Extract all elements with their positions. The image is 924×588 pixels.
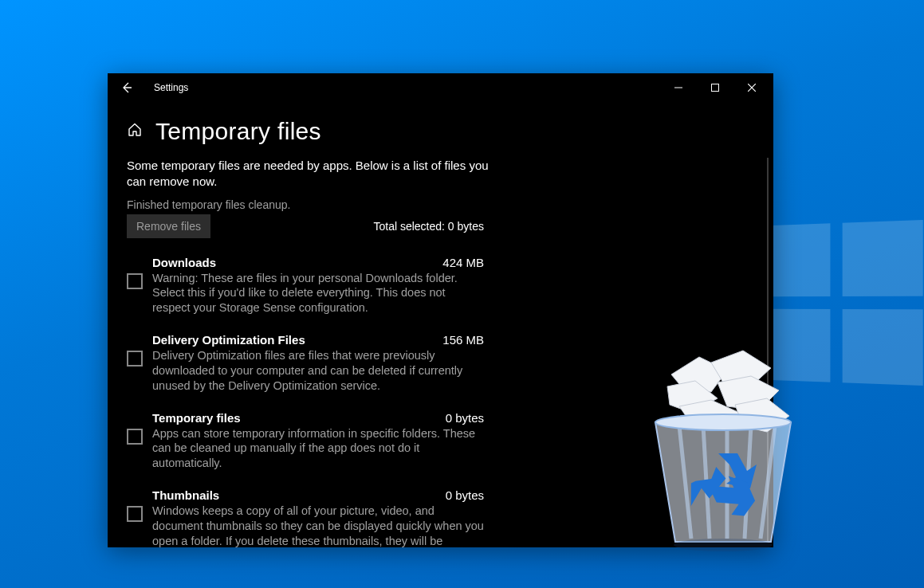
item-title: Temporary files <box>152 411 241 425</box>
minimize-icon <box>674 84 682 92</box>
item-delivery-optimization: Delivery Optimization Files 156 MB Deliv… <box>127 333 484 394</box>
close-button[interactable] <box>733 75 770 100</box>
action-row: Remove files Total selected: 0 bytes <box>127 214 484 238</box>
item-title: Downloads <box>152 256 216 269</box>
item-desc: Delivery Optimization files are files th… <box>152 348 484 394</box>
item-desc: Warning: These are files in your persona… <box>152 271 484 316</box>
maximize-icon <box>711 84 719 92</box>
svg-rect-0 <box>712 84 719 92</box>
item-title: Delivery Optimization Files <box>152 333 305 347</box>
item-size: 0 bytes <box>446 411 484 425</box>
item-desc: Apps can store temporary information in … <box>152 426 484 472</box>
remove-files-button[interactable]: Remove files <box>127 214 210 238</box>
back-arrow-icon <box>120 81 133 94</box>
minimize-button[interactable] <box>660 75 697 100</box>
app-title: Settings <box>154 82 188 93</box>
checkbox-delivery-optimization[interactable] <box>127 351 143 367</box>
items-list: Downloads 424 MB Warning: These are file… <box>127 256 484 548</box>
page-header: Temporary files <box>108 102 773 153</box>
intro-text: Some temporary files are needed by apps.… <box>127 158 490 190</box>
close-icon <box>748 84 756 92</box>
item-title: Thumbnails <box>152 488 219 502</box>
svg-point-13 <box>674 539 773 551</box>
recycle-bin-icon <box>623 343 823 558</box>
checkbox-thumbnails[interactable] <box>127 506 143 522</box>
item-size: 424 MB <box>442 256 484 269</box>
item-size: 156 MB <box>442 333 484 347</box>
item-size: 0 bytes <box>446 488 484 502</box>
back-button[interactable] <box>120 81 149 94</box>
titlebar: Settings <box>108 73 773 102</box>
item-downloads: Downloads 424 MB Warning: These are file… <box>127 256 484 316</box>
checkbox-temporary-files[interactable] <box>127 429 143 445</box>
svg-point-12 <box>655 414 791 430</box>
home-icon[interactable] <box>127 122 143 141</box>
item-thumbnails: Thumbnails 0 bytes Windows keeps a copy … <box>127 488 484 547</box>
total-selected: Total selected: 0 bytes <box>373 220 484 233</box>
maximize-button[interactable] <box>697 75 733 100</box>
item-desc: Windows keeps a copy of all of your pict… <box>152 504 484 547</box>
status-text: Finished temporary files cleanup. <box>127 198 754 211</box>
checkbox-downloads[interactable] <box>127 273 143 289</box>
item-temporary-files: Temporary files 0 bytes Apps can store t… <box>127 411 484 472</box>
page-title: Temporary files <box>155 118 321 145</box>
